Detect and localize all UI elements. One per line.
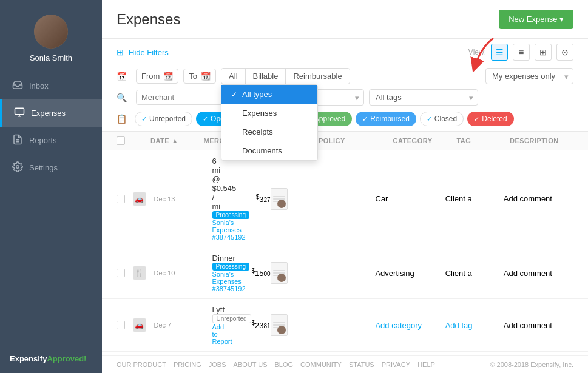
type-all-button[interactable]: All [221, 69, 245, 84]
type-option-expenses[interactable]: ✓ Expenses [221, 104, 317, 123]
check-icon: ✓ [231, 90, 237, 99]
view-list-compact-button[interactable]: ☰ [491, 44, 508, 61]
footer-link-community[interactable]: COMMUNITY [300, 361, 342, 368]
from-date-input-wrap[interactable]: From 📆 [136, 69, 178, 84]
expenses-table: DATE ▲ MERCHANT AMOUNT POLICY CATEGORY T… [102, 132, 588, 355]
row-tag-2[interactable]: Client a [445, 269, 504, 278]
status-chip-reimbursed[interactable]: ✓ Reimbursed [356, 112, 416, 126]
footer-link-pricing[interactable]: PRICING [174, 361, 201, 368]
footer-links: OUR PRODUCT PRICING JOBS ABOUT US BLOG C… [117, 361, 435, 368]
row-checkbox-1[interactable] [117, 195, 133, 203]
inbox-label: Inbox [29, 81, 49, 90]
sidebar-item-inbox[interactable]: Inbox [0, 72, 102, 99]
type-reimbursable-button[interactable]: Reimbursable [286, 69, 349, 84]
chip-label-closed: Closed [434, 115, 457, 123]
footer-link-jobs[interactable]: JOBS [209, 361, 226, 368]
tag-filter-wrap[interactable]: All tags [369, 89, 478, 106]
sidebar-item-settings[interactable]: Settings [0, 154, 102, 181]
expenses-label: Expenses [31, 109, 66, 118]
sidebar-item-expenses[interactable]: Expenses [0, 99, 102, 127]
select-all-checkbox[interactable] [117, 136, 125, 145]
row-category-1[interactable]: Car [375, 194, 445, 203]
row-desc-2[interactable]: Add comment [504, 269, 573, 278]
footer-link-help[interactable]: HELP [417, 361, 435, 368]
car-icon2: 🚗 [133, 318, 146, 332]
main-header: Expenses New Expense ▾ [102, 0, 588, 39]
merchant-filter-icon: 🔍 [117, 93, 131, 102]
view-grid-button[interactable]: ⊞ [535, 44, 552, 61]
header-date[interactable]: DATE ▲ [150, 137, 204, 144]
new-expense-button[interactable]: New Expense ▾ [499, 10, 573, 29]
chip-label-reimbursed: Reimbursed [370, 115, 410, 123]
row-amount-1: $327 [212, 193, 271, 204]
status-chip-deleted[interactable]: ✓ Deleted [467, 112, 513, 126]
chip-check-closed: ✓ [427, 115, 432, 123]
footer-link-blog[interactable]: BLOG [275, 361, 294, 368]
status-chip-unreported[interactable]: ✓ Unreported [135, 112, 192, 126]
desc-col-label: DESCRIPTION [510, 137, 559, 144]
sidebar: Sonia Smith Inbox [0, 0, 102, 373]
row-tag-3[interactable]: Add tag [445, 321, 504, 330]
row-date-3: Dec 7 [154, 321, 212, 329]
row-receipt-2 [271, 262, 294, 284]
sidebar-item-reports[interactable]: Reports [0, 127, 102, 154]
hide-filters-button[interactable]: ⊞ Hide Filters [117, 47, 169, 57]
svg-rect-0 [15, 108, 24, 115]
type-option-documents[interactable]: ✓ Documents [221, 141, 317, 160]
row-icon-1: 🚗 [133, 192, 154, 206]
row-category-2[interactable]: Advertising [375, 269, 445, 278]
my-expenses-select-wrap[interactable]: My expenses only [485, 68, 573, 84]
my-expenses-select[interactable]: My expenses only [485, 68, 573, 84]
settings-label: Settings [29, 163, 58, 172]
to-label: To [189, 72, 197, 81]
row-checkbox-2[interactable] [117, 269, 133, 277]
report-link-1[interactable]: Sonia's Expenses #38745192 [212, 219, 246, 241]
car-icon: 🚗 [133, 192, 146, 206]
row-tag-1[interactable]: Client a [445, 194, 504, 203]
view-list-button[interactable]: ≡ [513, 44, 530, 61]
footer-link-status[interactable]: STATUS [349, 361, 374, 368]
type-option-label2: Expenses [242, 109, 277, 118]
type-billable-button[interactable]: Billable [246, 69, 286, 84]
row-desc-1[interactable]: Add comment [504, 194, 573, 203]
row-category-3[interactable]: Add category [375, 321, 445, 330]
user-name: Sonia Smith [30, 53, 72, 62]
from-label: From [141, 72, 160, 81]
type-option-label3: Receipts [242, 127, 273, 136]
row-checkbox-3[interactable] [117, 321, 133, 329]
chip-label-unreported: Unreported [149, 115, 186, 123]
nav-menu: Inbox Expenses [0, 72, 102, 344]
type-option-receipts[interactable]: ✓ Receipts [221, 123, 317, 141]
row-desc-3[interactable]: Add comment [504, 321, 573, 330]
footer-link-about[interactable]: ABOUT US [233, 361, 267, 368]
tag-select[interactable]: All tags [369, 89, 478, 106]
type-option-all-types[interactable]: ✓ All types [221, 85, 317, 104]
table-row[interactable]: 🚗 Dec 7 Lyft Unreported Add to Report $2… [102, 299, 588, 352]
date-filter-icon: 📅 [117, 72, 131, 81]
brand-name: Expensify [10, 354, 47, 363]
reports-icon [12, 134, 23, 147]
status-badge-1: Processing [212, 211, 249, 219]
footer-link-privacy[interactable]: PRIVACY [382, 361, 410, 368]
chip-check-deleted: ✓ [474, 115, 479, 123]
chip-check-reimbursed: ✓ [362, 115, 368, 123]
svg-point-5 [16, 166, 19, 169]
header-check [117, 136, 132, 145]
settings-icon [12, 161, 23, 174]
to-date-input-wrap[interactable]: To 📆 [183, 69, 216, 84]
chip-label-approved: Approved [314, 115, 345, 123]
view-controls: View: ☰ ≡ ⊞ ⊙ [468, 44, 573, 61]
table-row[interactable]: 🍴 Dec 10 Dinner Processing Sonia's Expen… [102, 247, 588, 299]
inbox-icon [12, 79, 23, 92]
table-row[interactable]: 🚗 Dec 13 6 mi @ $0.545 / mi Processing S… [102, 150, 588, 247]
filter-icon: ⊞ [117, 47, 124, 57]
status-filter-icon: 📋 [117, 114, 131, 124]
chip-check-open: ✓ [203, 115, 208, 123]
view-map-button[interactable]: ⊙ [556, 44, 573, 61]
category-col-label: CATEGORY [393, 137, 432, 144]
status-chip-closed[interactable]: ✓ Closed [420, 112, 464, 126]
footer-link-product[interactable]: OUR PRODUCT [117, 361, 166, 368]
calendar-icon2: 📆 [201, 72, 211, 81]
user-profile[interactable]: Sonia Smith [0, 0, 102, 72]
merchant-search-input[interactable] [141, 93, 232, 102]
